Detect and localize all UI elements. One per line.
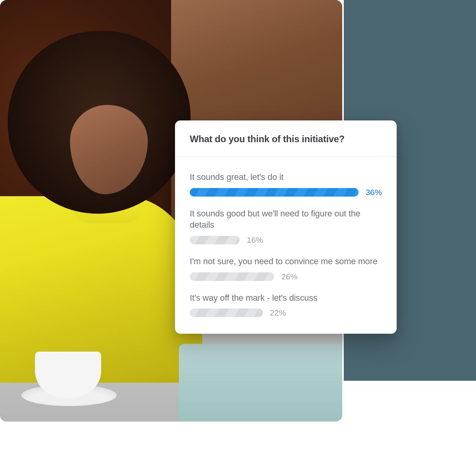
poll-bar [190, 308, 263, 317]
photo-laptop [179, 344, 342, 422]
poll-bar-row: 36% [190, 188, 382, 197]
poll-bar [190, 272, 274, 281]
poll-option-label: It sounds good but we'll need to figure … [190, 208, 382, 231]
poll-option-label: I'm not sure, you need to convince me so… [190, 256, 382, 267]
poll-option-label: It sounds great, let's do it [190, 171, 382, 183]
poll-header: What do you think of this initiative? [175, 120, 397, 157]
poll-option-label: It's way off the mark - let's discuss [190, 292, 382, 304]
poll-percentage: 26% [281, 272, 298, 281]
poll-bar-row: 26% [190, 272, 382, 281]
poll-question: What do you think of this initiative? [190, 134, 382, 145]
poll-bar-row: 22% [190, 308, 382, 317]
poll-card: What do you think of this initiative? It… [175, 120, 397, 334]
poll-option[interactable]: I'm not sure, you need to convince me so… [190, 256, 382, 281]
poll-option[interactable]: It sounds great, let's do it 36% [190, 171, 382, 197]
poll-percentage: 36% [366, 188, 382, 197]
photo-sweater [0, 196, 202, 383]
poll-bar-row: 16% [190, 235, 382, 245]
poll-percentage: 16% [247, 235, 263, 245]
poll-bar-highlight [190, 188, 359, 197]
poll-body: It sounds great, let's do it 36% It soun… [175, 157, 397, 334]
poll-bar [190, 236, 240, 244]
poll-percentage: 22% [270, 308, 286, 317]
poll-option[interactable]: It's way off the mark - let's discuss 22… [190, 292, 382, 318]
poll-option[interactable]: It sounds good but we'll need to figure … [190, 208, 382, 245]
